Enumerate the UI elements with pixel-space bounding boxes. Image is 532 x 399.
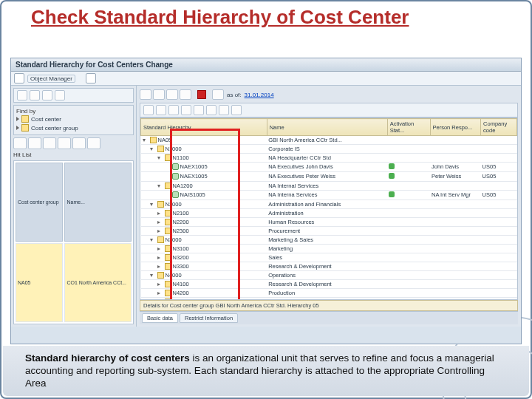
expand-icon[interactable]: ▾ bbox=[150, 273, 156, 279]
expand-icon[interactable]: ▸ bbox=[157, 228, 163, 234]
status-active-icon bbox=[389, 163, 395, 169]
expand-icon[interactable]: ▸ bbox=[157, 246, 163, 252]
col-name[interactable]: Name bbox=[267, 119, 387, 136]
company-cell bbox=[481, 280, 517, 289]
tree-row[interactable]: ▾N1100NA Headquarter CCtr Std bbox=[141, 154, 517, 163]
company-cell bbox=[481, 209, 517, 218]
node-label: N2200 bbox=[173, 219, 189, 225]
menu-icon[interactable] bbox=[14, 73, 24, 83]
tree-row[interactable]: ▾N3000Marketing & Sales bbox=[141, 236, 517, 245]
expand-icon[interactable]: ▾ bbox=[157, 155, 163, 161]
person-cell: Peter Weiss bbox=[430, 172, 481, 182]
col-hierarchy[interactable]: Standard Hierarchy bbox=[141, 119, 267, 136]
tool-icon[interactable] bbox=[55, 90, 65, 100]
tree-row[interactable]: ▸N3300Research & Development bbox=[141, 262, 517, 271]
col-activation[interactable]: Activation Stat... bbox=[387, 119, 430, 136]
tool-icon[interactable] bbox=[17, 90, 27, 100]
tree-row[interactable]: ▸N4300Plant Maintenance bbox=[141, 298, 517, 301]
btn-icon[interactable] bbox=[87, 137, 100, 149]
expand-icon[interactable]: ▸ bbox=[157, 290, 163, 296]
hierarchy-grid[interactable]: Standard Hierarchy Name Activation Stat.… bbox=[140, 117, 518, 300]
nav-last-icon[interactable] bbox=[180, 89, 191, 100]
expand-icon bbox=[16, 117, 19, 121]
tool-icon[interactable] bbox=[156, 105, 166, 115]
group-icon bbox=[165, 228, 171, 234]
expand-icon[interactable]: ▾ bbox=[150, 202, 156, 208]
tree-row[interactable]: ▸N2300Procurement bbox=[141, 227, 517, 236]
tree-row[interactable]: ▾NA1200NA Internal Services bbox=[141, 182, 517, 191]
group-icon bbox=[165, 290, 171, 296]
tab-basic-data[interactable]: Basic data bbox=[142, 313, 178, 323]
nav-prev-icon[interactable] bbox=[153, 89, 165, 100]
hitlist-row[interactable]: NA05 CO1 North America CCt... bbox=[16, 243, 132, 322]
tree-row[interactable]: ▸N3100Marketing bbox=[141, 245, 517, 253]
tool-icon[interactable] bbox=[168, 105, 179, 115]
expand-icon[interactable]: ▸ bbox=[157, 264, 163, 270]
tree-row[interactable]: ▸N2200Human Resources bbox=[141, 218, 517, 227]
tool-icon[interactable] bbox=[42, 90, 52, 100]
asof-value[interactable]: 31.01.2014 bbox=[245, 92, 274, 98]
object-manager-button[interactable]: Object Manager bbox=[27, 75, 75, 83]
expand-icon bbox=[165, 164, 171, 170]
tree-row[interactable]: ▸N4100Research & Development bbox=[141, 280, 517, 289]
expand-icon[interactable]: ▸ bbox=[157, 255, 163, 261]
find-item-cost-center-group[interactable]: Cost center group bbox=[16, 123, 131, 132]
hitlist-table: Cost center group Name... NA05 CO1 North… bbox=[13, 160, 134, 324]
hitlist-col-name[interactable]: Name... bbox=[64, 163, 132, 242]
group-icon bbox=[165, 219, 171, 225]
group-icon bbox=[157, 146, 164, 152]
expand-icon[interactable]: ▸ bbox=[157, 211, 163, 216]
node-name: NA Interna Services bbox=[267, 191, 387, 200]
expand-icon[interactable]: ▾ bbox=[157, 183, 163, 189]
tool-icon[interactable] bbox=[206, 105, 216, 115]
nav-first-icon[interactable] bbox=[140, 89, 151, 100]
tab-restrict-info[interactable]: Restrict Information bbox=[180, 313, 238, 323]
btn-icon[interactable] bbox=[43, 137, 56, 149]
tool-icon[interactable] bbox=[181, 105, 191, 115]
expand-icon[interactable]: ▾ bbox=[143, 137, 149, 143]
tool-icon[interactable] bbox=[219, 105, 229, 115]
find-item-cost-center[interactable]: Cost center bbox=[16, 115, 131, 123]
tree-row[interactable]: ▸N2100Administration bbox=[141, 209, 517, 218]
tree-row[interactable]: NAIS1005NA Interna ServicesNA Int Serv M… bbox=[141, 191, 517, 200]
expand-icon[interactable]: ▸ bbox=[157, 299, 163, 301]
expand-icon[interactable]: ▸ bbox=[157, 282, 163, 287]
group-icon bbox=[165, 154, 171, 161]
btn-icon[interactable] bbox=[13, 137, 27, 149]
wand-icon[interactable] bbox=[86, 73, 96, 83]
tree-row[interactable]: ▾NA05GBI North America CCtr Std... bbox=[141, 136, 517, 145]
tool-icon[interactable] bbox=[30, 90, 40, 100]
tree-row[interactable]: ▾N2000Administration and Financials bbox=[141, 200, 517, 209]
cost-center-icon bbox=[172, 191, 179, 198]
company-cell bbox=[481, 136, 517, 145]
tree-row[interactable]: NAEX1005NA Executives Peter WeissPeter W… bbox=[141, 172, 517, 182]
expand-icon[interactable]: ▾ bbox=[150, 237, 156, 243]
as-of-field: as of: 31.01.2014 bbox=[227, 92, 274, 98]
tool-icon[interactable] bbox=[143, 105, 154, 115]
company-cell bbox=[481, 200, 517, 209]
tool-icon[interactable] bbox=[212, 89, 224, 100]
company-cell bbox=[481, 218, 517, 227]
tool-icon[interactable] bbox=[194, 105, 204, 115]
nav-next-icon[interactable] bbox=[166, 89, 178, 100]
company-cell bbox=[481, 245, 517, 253]
person-cell bbox=[430, 145, 481, 154]
hitlist-col-group[interactable]: Cost center group bbox=[16, 163, 63, 242]
tree-row[interactable]: ▾N1000Corporate IS bbox=[141, 145, 517, 154]
tool-icon[interactable] bbox=[231, 105, 242, 115]
expand-icon[interactable]: ▾ bbox=[150, 146, 156, 152]
col-person[interactable]: Person Respo... bbox=[430, 119, 481, 136]
node-label: N3200 bbox=[173, 254, 189, 261]
stop-icon[interactable] bbox=[197, 90, 206, 99]
tree-row[interactable]: ▸N4200Production bbox=[141, 289, 517, 298]
btn-icon[interactable] bbox=[28, 137, 41, 149]
tree-row[interactable]: NAEX1005NA Executives John DavisJohn Dav… bbox=[141, 163, 517, 172]
node-label: N2100 bbox=[173, 210, 189, 216]
btn-icon[interactable] bbox=[58, 137, 71, 149]
btn-icon[interactable] bbox=[72, 137, 86, 149]
tree-row[interactable]: ▸N3200Sales bbox=[141, 253, 517, 262]
hitlist-label: Hit List bbox=[13, 151, 134, 158]
expand-icon[interactable]: ▸ bbox=[157, 219, 163, 225]
col-company[interactable]: Company code bbox=[481, 119, 517, 136]
tree-row[interactable]: ▾N4000Operations bbox=[141, 271, 517, 280]
